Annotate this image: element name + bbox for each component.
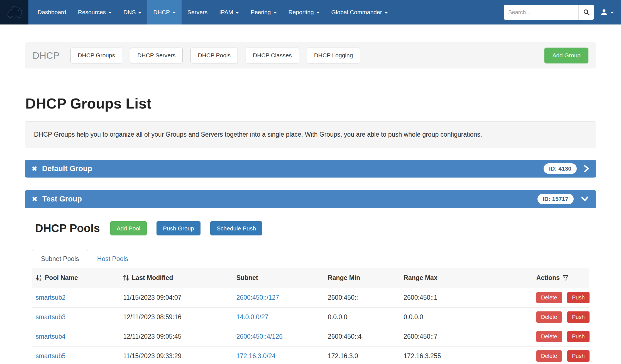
group-id-badge: ID: 4130: [544, 163, 577, 174]
toolbar-button-dhcp-logging[interactable]: DHCP Logging: [307, 48, 360, 63]
group-panel-test: ✖ Test Group ID: 15717 DHCP Pools Add Po…: [25, 190, 596, 364]
add-pool-button[interactable]: Add Pool: [110, 221, 147, 235]
pool-name-link[interactable]: smartsub4: [36, 333, 65, 340]
range-max-cell: 2600:450::7: [400, 327, 532, 346]
remove-group-icon[interactable]: ✖: [32, 196, 38, 203]
nav-item-global-commander[interactable]: Global Commander: [326, 0, 394, 24]
svg-text:2: 2: [40, 278, 41, 281]
search-input[interactable]: [504, 5, 578, 20]
nav-item-reporting[interactable]: Reporting: [283, 0, 326, 24]
toolbar-title: DHCP: [33, 50, 59, 61]
tab-host-pools[interactable]: Host Pools: [88, 250, 137, 268]
col-label: Pool Name: [45, 274, 78, 282]
caret-down-icon: [610, 12, 614, 14]
chevron-down-icon: [580, 196, 589, 202]
pools-title: DHCP Pools: [35, 222, 100, 235]
nav-item-label: Resources: [78, 9, 106, 16]
pools-header: DHCP Pools Add Pool Push Group Schedule …: [35, 221, 589, 235]
last-modified-cell: 11/15/2023 09:33:29: [119, 346, 232, 364]
search-group: [504, 5, 594, 20]
subnet-link[interactable]: 2600:450::4/126: [236, 333, 283, 340]
sort-numeric-icon[interactable]: 1 2: [36, 274, 42, 281]
sort-icon[interactable]: [123, 274, 129, 281]
delete-button[interactable]: Delete: [536, 292, 562, 303]
page-description: DHCP Groups help you to organize all of …: [25, 121, 596, 147]
nav-item-label: IPAM: [219, 9, 233, 16]
push-button[interactable]: Push: [567, 292, 590, 303]
col-subnet: Subnet: [233, 268, 324, 288]
navbar-right: [504, 0, 621, 24]
push-button[interactable]: Push: [567, 331, 590, 342]
caret-down-icon: [108, 12, 112, 14]
range-min-cell: 2600:450::4: [324, 327, 400, 346]
chevron-right-icon: [583, 164, 590, 173]
dhcp-toolbar: DHCP DHCP GroupsDHCP ServersDHCP PoolsDH…: [25, 42, 596, 68]
pool-name-link[interactable]: smartsub3: [36, 313, 65, 321]
nav-item-label: Servers: [187, 9, 207, 16]
toolbar-button-dhcp-groups[interactable]: DHCP Groups: [70, 48, 122, 63]
search-button[interactable]: [578, 5, 594, 20]
caret-down-icon: [273, 12, 277, 14]
group-name: Default Group: [42, 164, 92, 173]
group-header-default[interactable]: ✖ Default Group ID: 4130: [25, 160, 596, 178]
col-pool-name: 1 2 Pool Name: [32, 268, 119, 288]
col-range-min: Range Min: [324, 268, 400, 288]
toolbar-button-dhcp-classes[interactable]: DHCP Classes: [246, 48, 299, 63]
toolbar-button-dhcp-pools[interactable]: DHCP Pools: [190, 48, 238, 63]
pools-table: 1 2 Pool Name: [32, 268, 589, 364]
group-header-test[interactable]: ✖ Test Group ID: 15717: [25, 190, 596, 208]
toolbar-button-dhcp-servers[interactable]: DHCP Servers: [130, 48, 183, 63]
app-logo[interactable]: [0, 0, 28, 24]
nav-item-dashboard[interactable]: Dashboard: [32, 0, 72, 24]
user-menu[interactable]: [600, 8, 614, 17]
remove-group-icon[interactable]: ✖: [31, 165, 37, 172]
nav-item-label: Reporting: [289, 9, 314, 16]
nav-item-dns[interactable]: DNS: [118, 0, 147, 24]
pools-tabs: Subnet Pools Host Pools: [32, 250, 589, 268]
nav-item-label: DNS: [123, 9, 136, 16]
col-last-modified: Last Modified: [119, 268, 232, 288]
subnet-link[interactable]: 172.16.3.0/24: [236, 352, 276, 360]
group-id-badge: ID: 15717: [537, 194, 574, 204]
range-max-cell: 0.0.0.0: [400, 307, 532, 327]
subnet-link[interactable]: 14.0.0.0/27: [236, 313, 268, 321]
col-actions: Actions: [532, 268, 589, 288]
group-panel-default: ✖ Default Group ID: 4130: [25, 160, 596, 178]
caret-down-icon: [236, 12, 239, 14]
nav-item-ipam[interactable]: IPAM: [213, 0, 245, 24]
push-button[interactable]: Push: [567, 350, 590, 362]
table-row: smartsub4 12/11/2023 09:05:45 2600:450::…: [32, 327, 589, 346]
delete-button[interactable]: Delete: [536, 350, 562, 362]
nav-item-dhcp[interactable]: DHCP: [147, 0, 182, 24]
table-row: smartsub5 11/15/2023 09:33:29 172.16.3.0…: [32, 346, 589, 364]
toolbar-buttons: DHCP GroupsDHCP ServersDHCP PoolsDHCP Cl…: [70, 48, 360, 63]
nav-item-peering[interactable]: Peering: [245, 0, 282, 24]
last-modified-cell: 12/11/2023 09:05:45: [119, 327, 232, 346]
table-header-row: 1 2 Pool Name: [32, 268, 589, 288]
subnet-link[interactable]: 2600:450::/127: [236, 294, 279, 301]
nav-item-label: DHCP: [153, 9, 170, 16]
caret-down-icon: [385, 12, 388, 14]
table-row: smartsub3 12/11/2023 08:59:16 14.0.0.0/2…: [32, 307, 589, 327]
nav-item-label: Global Commander: [331, 9, 382, 16]
push-button[interactable]: Push: [567, 311, 590, 323]
range-min-cell: 172.16.3.0: [324, 346, 400, 364]
nav-item-resources[interactable]: Resources: [72, 0, 118, 24]
nav-item-servers[interactable]: Servers: [182, 0, 213, 24]
pool-name-link[interactable]: smartsub2: [36, 294, 65, 301]
delete-button[interactable]: Delete: [536, 331, 562, 342]
table-row: smartsub2 11/15/2023 09:04:07 2600:450::…: [32, 288, 589, 307]
svg-text:1: 1: [40, 274, 41, 277]
pool-name-link[interactable]: smartsub5: [36, 352, 65, 360]
last-modified-cell: 11/15/2023 09:04:07: [119, 288, 232, 307]
filter-icon[interactable]: [562, 274, 569, 281]
caret-down-icon: [138, 12, 141, 14]
page-title: DHCP Groups List: [25, 95, 596, 112]
top-navbar: Dashboard Resources DNS DHCP Servers IPA…: [0, 0, 621, 24]
schedule-push-button[interactable]: Schedule Push: [210, 221, 262, 235]
user-icon: [600, 8, 608, 17]
push-group-button[interactable]: Push Group: [157, 221, 201, 235]
tab-subnet-pools[interactable]: Subnet Pools: [32, 250, 88, 268]
add-group-button[interactable]: Add Group: [544, 48, 588, 63]
delete-button[interactable]: Delete: [536, 311, 562, 323]
